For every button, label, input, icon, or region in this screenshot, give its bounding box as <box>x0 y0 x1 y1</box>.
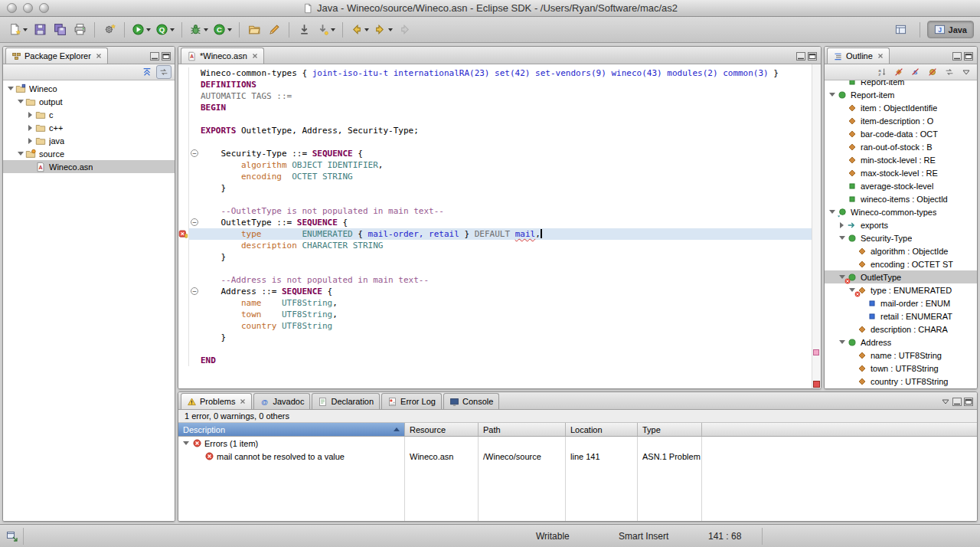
pe-item-wineco-asn[interactable]: AWineco.asn <box>3 160 175 173</box>
back-dropdown-icon[interactable] <box>364 28 369 31</box>
external-tools-dropdown-icon[interactable] <box>170 28 175 31</box>
outline-item-country-utf8string[interactable]: country : UTF8String <box>825 375 977 388</box>
expander-down-icon[interactable] <box>828 205 836 218</box>
overview-error-marker[interactable] <box>813 349 819 355</box>
close-icon[interactable] <box>240 398 246 405</box>
debug-dropdown-icon[interactable] <box>204 28 208 31</box>
outline-item-encoding-octet-st[interactable]: encoding : OCTET ST <box>825 257 977 270</box>
expander-down-icon[interactable] <box>181 437 190 450</box>
outline-item-report-item[interactable]: Report-item <box>825 88 977 101</box>
code-text[interactable]: Wineco-common-types { joint-iso-itu-t in… <box>201 67 812 79</box>
pe-item-java[interactable]: java <box>3 134 175 147</box>
mark-occurrences-button[interactable] <box>265 20 283 39</box>
outline-item-security-type[interactable]: Security-Type <box>825 231 977 244</box>
column-header-location[interactable]: Location <box>566 423 638 436</box>
outline-item-mail-order-enum[interactable]: mail-order : ENUM <box>825 296 977 310</box>
outline-item-description-chara[interactable]: description : CHARA <box>825 323 977 336</box>
close-icon[interactable] <box>96 53 102 59</box>
external-tools-button[interactable]: Q <box>154 20 176 39</box>
code-text[interactable]: AUTOMATIC TAGS ::= <box>201 90 812 102</box>
open-perspective-button[interactable] <box>889 21 913 38</box>
new-wizard-button[interactable] <box>7 20 29 39</box>
code-text[interactable]: country UTF8String <box>201 320 812 332</box>
expander-down-icon[interactable] <box>16 147 24 160</box>
pe-item-wineco[interactable]: Wineco <box>3 82 175 95</box>
code-text[interactable]: Address ::= SEQUENCE { <box>201 286 812 297</box>
tab-console[interactable]: Console <box>443 393 499 409</box>
debug-button[interactable] <box>188 20 210 39</box>
expander-right-icon[interactable] <box>26 108 34 121</box>
maximize-view-icon[interactable] <box>964 52 973 61</box>
java-perspective-button[interactable]: J Java <box>927 21 974 38</box>
outline-item-max-stock-level-re[interactable]: max-stock-level : RE <box>825 166 977 179</box>
sort-button[interactable]: az <box>874 65 890 79</box>
collapse-all-button[interactable] <box>139 65 155 79</box>
tab-declaration[interactable]: Declaration <box>312 393 380 409</box>
fold-toggle-icon[interactable]: − <box>189 217 201 228</box>
minimize-view-icon[interactable] <box>952 398 962 406</box>
code-text[interactable] <box>201 194 812 205</box>
outline-item-average-stock-level[interactable]: average-stock-level <box>825 179 977 192</box>
build-all-button[interactable] <box>100 20 119 39</box>
code-text[interactable]: EXPORTS OutletType, Address, Security-Ty… <box>201 125 812 136</box>
code-text[interactable]: description CHARACTER STRING <box>201 240 812 251</box>
outline-item-ran-out-of-stock-b[interactable]: ran-out-of-stock : B <box>825 140 977 153</box>
back-button[interactable] <box>348 20 371 39</box>
code-text[interactable]: DEFINITIONS <box>201 79 812 90</box>
maximize-view-icon[interactable] <box>162 52 171 61</box>
new-java-class-button[interactable]: C <box>211 20 234 39</box>
tab-outline[interactable]: Outline <box>827 47 890 64</box>
expander-down-icon[interactable] <box>6 82 15 95</box>
outline-item-bar-code-data-oct[interactable]: bar-code-data : OCT <box>825 127 977 140</box>
forward-dropdown-icon[interactable] <box>388 28 393 31</box>
hide-static-button[interactable]: S <box>908 65 923 79</box>
expander-right-icon[interactable] <box>26 134 34 147</box>
minimize-view-icon[interactable] <box>150 52 159 61</box>
minimize-view-icon[interactable] <box>796 52 805 61</box>
code-text[interactable]: --OutletType is not populated in main te… <box>201 205 812 217</box>
outline-item-name-utf8string[interactable]: name : UTF8String <box>825 349 977 362</box>
fast-view-icon[interactable] <box>6 530 18 542</box>
maximize-view-icon[interactable] <box>964 398 973 406</box>
outline-item-report-item[interactable]: Report-item <box>825 80 977 88</box>
column-header-description[interactable]: Description <box>178 423 405 436</box>
outline-item-item-objectidentifie[interactable]: item : ObjectIdentifie <box>825 101 977 114</box>
tab-error-log[interactable]: Error Log <box>381 393 442 409</box>
code-text[interactable]: --Address is not populated in main text-… <box>201 274 812 286</box>
outline-item-type-enumerated[interactable]: type : ENUMERATED <box>825 283 977 296</box>
code-text[interactable]: encoding OCTET STRING <box>201 171 812 182</box>
code-text[interactable]: } <box>201 332 812 343</box>
code-area[interactable]: Wineco-common-types { joint-iso-itu-t in… <box>178 67 812 366</box>
code-text[interactable] <box>201 113 812 125</box>
editor-body[interactable]: Wineco-common-types { joint-iso-itu-t in… <box>178 64 821 388</box>
hide-non-public-button[interactable] <box>925 65 940 79</box>
save-button[interactable] <box>31 20 49 39</box>
close-window-button[interactable] <box>7 3 17 13</box>
view-menu-icon[interactable] <box>959 65 974 79</box>
code-text[interactable]: } <box>201 251 812 263</box>
code-text[interactable]: town UTF8String, <box>201 309 812 320</box>
print-button[interactable] <box>70 20 89 39</box>
problem-row-1[interactable]: Errors (1 item) <box>178 437 977 450</box>
outline-item-min-stock-level-re[interactable]: min-stock-level : RE <box>825 153 977 166</box>
outline-item-wineco-items-objectld[interactable]: wineco-items : Objectld <box>825 192 977 205</box>
save-all-button[interactable] <box>51 20 69 39</box>
tab-package-explorer[interactable]: Package Explorer <box>5 47 108 64</box>
new-wizard-dropdown-icon[interactable] <box>23 28 28 31</box>
outline-item-wineco-common-types[interactable]: Wineco-common-types <box>825 205 977 218</box>
expander-down-icon[interactable] <box>838 231 846 244</box>
code-text[interactable]: BEGIN <box>201 102 812 113</box>
code-text[interactable]: END <box>201 355 812 366</box>
outline-item-outlettype[interactable]: OutletType <box>825 270 977 283</box>
pe-item-c[interactable]: c <box>3 108 175 121</box>
tab-wineco-asn[interactable]: A *Wineco.asn <box>181 47 264 64</box>
link-with-editor-button[interactable] <box>942 65 957 79</box>
code-text[interactable] <box>201 263 812 274</box>
fold-toggle-icon[interactable]: − <box>189 148 201 159</box>
expander-down-icon[interactable] <box>828 88 836 101</box>
pe-item-output[interactable]: output <box>3 95 175 108</box>
outline-item-address[interactable]: Address <box>825 336 977 349</box>
code-text[interactable]: OutletType ::= SEQUENCE { <box>201 217 812 228</box>
close-icon[interactable] <box>877 53 884 59</box>
code-text[interactable] <box>201 136 812 148</box>
